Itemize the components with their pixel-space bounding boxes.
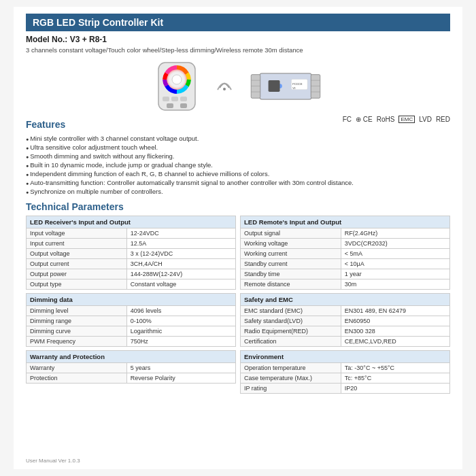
environment-table: Environment Operation temperatureTa: -30… (240, 350, 450, 394)
table-cell: 30m (341, 279, 449, 290)
table-cell: Output signal (241, 228, 341, 239)
model-number: Model No.: V3 + R8-1 (26, 35, 450, 44)
table-cell: IP rating (241, 384, 341, 394)
svg-text:CE: CE (299, 82, 303, 86)
table-cell: Operation temperature (241, 363, 341, 373)
cert-fc: FC (343, 116, 352, 123)
warranty-table: Warranty and Protection Warranty5 years … (26, 350, 236, 384)
table-cell: Dimming level (27, 306, 127, 316)
table-cell: 3 x (12-24)VDC (126, 249, 235, 259)
table-cell: Warranty (27, 363, 127, 373)
features-list: Mini style controller with 3 channel con… (26, 134, 450, 196)
table-cell: EMC standard (EMC) (241, 306, 341, 316)
table-cell: CE,EMC,LVD,RED (341, 337, 449, 347)
svg-rect-4 (163, 97, 169, 101)
table-cell: Output voltage (27, 249, 127, 259)
title-bar: RGB LED Strip Controller Kit (26, 14, 450, 31)
receiver-header: LED Receiver's Input and Output (27, 216, 236, 228)
environment-header: Environment (241, 351, 450, 363)
table-cell: < 10μA (341, 259, 449, 269)
svg-rect-6 (180, 97, 187, 101)
table-cell: Case temperature (Max.) (241, 373, 341, 384)
table-cell: Certification (241, 337, 341, 347)
svg-rect-11 (251, 75, 260, 99)
certifications: FC ⊕ CE RoHS EMC LVD RED (343, 116, 450, 123)
safety-header: Safety and EMC (241, 294, 450, 306)
cert-emc: EMC (398, 116, 415, 123)
warranty-header: Warranty and Protection (27, 351, 236, 363)
subtitle: 3 channels constant voltage/Touch color … (26, 46, 450, 54)
tables-right: LED Remote's Input and Output Output sig… (240, 216, 450, 394)
controller-image: FCC CE V3 (248, 66, 323, 107)
cert-rohs: RoHS (377, 116, 395, 123)
table-cell: 3CH,4A/CH (126, 259, 235, 269)
table-cell: Reverse Polarity (126, 373, 235, 384)
cert-ce: ⊕ CE (356, 116, 373, 123)
feature-item: Independent dimming function of each R, … (26, 169, 450, 178)
table-cell: Input voltage (27, 228, 127, 239)
table-cell: Output current (27, 259, 127, 269)
feature-item: Synchronize on multiple number of contro… (26, 187, 450, 196)
table-cell: RF(2.4GHz) (341, 228, 449, 239)
svg-rect-8 (180, 103, 187, 108)
svg-text:V3: V3 (292, 87, 295, 90)
remote-header: LED Remote's Input and Output (241, 216, 450, 228)
dimming-table: Dimming data Dimming level4096 levels Di… (26, 293, 236, 347)
table-cell: Logarithmic (126, 326, 235, 337)
table-cell: < 5mA (341, 249, 449, 259)
table-cell: 3VDC(CR2032) (341, 239, 449, 249)
table-cell: Protection (27, 373, 127, 384)
product-image-area: FCC CE V3 (26, 59, 450, 114)
table-cell: EN301 489, EN 62479 (341, 306, 449, 316)
table-cell: 4096 levels (126, 306, 235, 316)
table-cell: Tc: +85°C (341, 373, 449, 384)
remote-table: LED Remote's Input and Output Output sig… (240, 216, 450, 290)
table-cell: Safety standard(LVD) (241, 316, 341, 326)
page: RGB LED Strip Controller Kit Model No.: … (14, 7, 462, 469)
table-cell: 144-288W(12-24V) (126, 269, 235, 279)
svg-rect-15 (311, 75, 320, 99)
table-cell: Remote distance (241, 279, 341, 290)
table-cell: Output type (27, 279, 127, 290)
table-cell: 0-100% (126, 316, 235, 326)
svg-rect-7 (167, 103, 173, 108)
svg-rect-5 (171, 97, 178, 101)
tables-left: LED Receiver's Input and Output Input vo… (26, 216, 236, 394)
dimming-header: Dimming data (27, 294, 236, 306)
table-cell: 1 year (341, 269, 449, 279)
feature-item: Ultra sensitive color adjustment touch w… (26, 143, 450, 152)
feature-item: Built in 10 dynamic mode, include jump o… (26, 160, 450, 169)
table-cell: EN300 328 (341, 326, 449, 337)
svg-text:FCC: FCC (292, 82, 299, 86)
svg-rect-24 (269, 80, 280, 92)
table-cell: Working current (241, 249, 341, 259)
receiver-table: LED Receiver's Input and Output Input vo… (26, 216, 236, 290)
table-cell: Dimming curve (27, 326, 127, 337)
table-cell: Radio Equipment(RED) (241, 326, 341, 337)
table-cell: 5 years (126, 363, 235, 373)
table-cell: Working voltage (241, 239, 341, 249)
wireless-signal-icon (214, 74, 235, 99)
table-cell: 750Hz (126, 337, 235, 347)
safety-table: Safety and EMC EMC standard (EMC)EN301 4… (240, 293, 450, 347)
tech-title: Technical Parameters (26, 201, 450, 212)
table-cell: Standby time (241, 269, 341, 279)
cert-lvd: LVD (419, 116, 432, 123)
table-cell: 12.5A (126, 239, 235, 249)
table-cell: PWM Frequency (27, 337, 127, 347)
page-title: RGB LED Strip Controller Kit (33, 17, 163, 28)
remote-image (153, 59, 201, 114)
table-cell: Ta: -30°C ~ +55°C (341, 363, 449, 373)
footer: User Manual Ver 1.0.3 (26, 458, 80, 464)
table-cell: Standby current (241, 259, 341, 269)
feature-item: Mini style controller with 3 channel con… (26, 134, 450, 143)
table-cell: Constant voltage (126, 279, 235, 290)
feature-item: Auto-transmitting function: Controller a… (26, 178, 450, 187)
table-cell: Output power (27, 269, 127, 279)
features-title: Features (26, 119, 65, 130)
table-cell: EN60950 (341, 316, 449, 326)
table-cell: IP20 (341, 384, 449, 394)
feature-item: Smooth dimming and switch without any fl… (26, 152, 450, 160)
cert-red: RED (436, 116, 450, 123)
table-cell: Input current (27, 239, 127, 249)
